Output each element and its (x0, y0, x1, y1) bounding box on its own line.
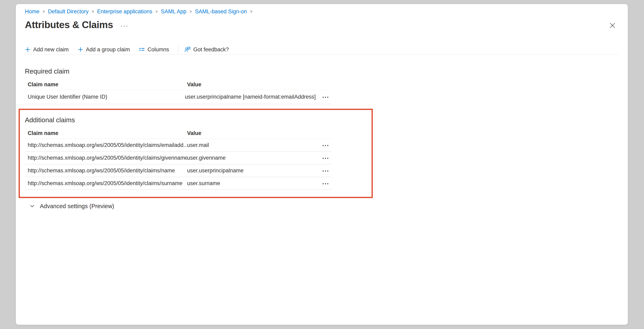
value-column-header: Value (187, 130, 316, 136)
table-header-row: Claim name Value (25, 79, 332, 90)
claim-name-cell: Unique User Identifier (Name ID) (25, 94, 185, 100)
breadcrumb-default-directory[interactable]: Default Directory (48, 8, 88, 15)
close-icon[interactable] (609, 22, 616, 29)
required-claim-table: Claim name Value Unique User Identifier … (25, 79, 332, 104)
toolbar-divider (178, 45, 178, 54)
plus-icon (78, 47, 83, 52)
add-new-claim-button[interactable]: Add new claim (25, 46, 69, 53)
breadcrumb-saml-based-sign-on[interactable]: SAML-based Sign-on (195, 8, 247, 15)
row-ellipsis-menu-icon[interactable]: ••• (322, 96, 329, 98)
row-ellipsis-menu-icon[interactable]: ••• (322, 144, 329, 147)
additional-claims-heading: Additional claims (25, 116, 619, 124)
row-ellipsis-menu-icon[interactable]: ••• (322, 183, 329, 185)
claim-name-cell: http://schemas.xmlsoap.org/ws/2005/05/id… (25, 180, 187, 187)
plus-icon (25, 47, 30, 52)
feedback-icon (184, 46, 191, 53)
advanced-settings-expander[interactable]: Advanced settings (Preview) (25, 201, 114, 211)
blade-header: Attributes & Claims ··· (25, 18, 619, 31)
breadcrumb-home[interactable]: Home (25, 8, 40, 15)
breadcrumb-separator-icon: > (156, 9, 158, 14)
got-feedback-button[interactable]: Got feedback? (184, 46, 229, 53)
breadcrumb-separator-icon: > (250, 9, 252, 14)
add-group-claim-label: Add a group claim (86, 46, 130, 53)
columns-icon (139, 46, 145, 52)
breadcrumb-separator-icon: > (190, 9, 192, 14)
chevron-down-icon (29, 203, 35, 209)
claim-name-cell: http://schemas.xmlsoap.org/ws/2005/05/id… (25, 168, 187, 174)
additional-claims-table: Claim name Value http://schemas.xmlsoap.… (25, 128, 332, 190)
command-bar: Add new claim Add a group claim Col (25, 45, 619, 54)
columns-label: Columns (148, 46, 169, 53)
breadcrumb-separator-icon: > (43, 9, 45, 14)
claim-name-column-header: Claim name (25, 130, 187, 136)
columns-button[interactable]: Columns (139, 46, 169, 53)
got-feedback-label: Got feedback? (193, 46, 229, 53)
more-options-icon[interactable]: ··· (120, 22, 129, 28)
claim-name-cell: http://schemas.xmlsoap.org/ws/2005/05/id… (25, 142, 187, 148)
claim-name-cell: http://schemas.xmlsoap.org/ws/2005/05/id… (25, 155, 187, 161)
breadcrumb-saml-app[interactable]: SAML App (161, 8, 186, 15)
add-group-claim-button[interactable]: Add a group claim (78, 46, 130, 53)
value-column-header: Value (187, 81, 316, 88)
table-row[interactable]: http://schemas.xmlsoap.org/ws/2005/05/id… (25, 139, 332, 152)
advanced-settings-label: Advanced settings (Preview) (40, 203, 114, 210)
required-claim-heading: Required claim (25, 67, 619, 76)
attributes-claims-blade: Home > Default Directory > Enterprise ap… (16, 4, 628, 325)
breadcrumb-enterprise-applications[interactable]: Enterprise applications (97, 8, 152, 15)
claim-value-cell: user.mail (187, 142, 316, 148)
page-title: Attributes & Claims (25, 19, 113, 30)
claim-value-cell: user.surname (187, 180, 316, 187)
table-row[interactable]: http://schemas.xmlsoap.org/ws/2005/05/id… (25, 164, 332, 177)
claim-value-cell: user.userprincipalname [nameid-format:em… (185, 94, 316, 100)
row-ellipsis-menu-icon[interactable]: ••• (322, 157, 329, 159)
table-header-row: Claim name Value (25, 128, 332, 139)
claim-name-column-header: Claim name (25, 81, 187, 88)
breadcrumb-separator-icon: > (92, 9, 94, 14)
table-row[interactable]: http://schemas.xmlsoap.org/ws/2005/05/id… (25, 152, 332, 164)
add-new-claim-label: Add new claim (33, 46, 69, 53)
claim-value-cell: user.userprincipalname (187, 168, 316, 174)
table-row[interactable]: Unique User Identifier (Name ID) user.us… (25, 90, 332, 104)
table-row[interactable]: http://schemas.xmlsoap.org/ws/2005/05/id… (25, 177, 332, 190)
claim-value-cell: user.givenname (187, 155, 316, 161)
breadcrumb: Home > Default Directory > Enterprise ap… (25, 4, 619, 15)
row-ellipsis-menu-icon[interactable]: ••• (322, 170, 329, 172)
